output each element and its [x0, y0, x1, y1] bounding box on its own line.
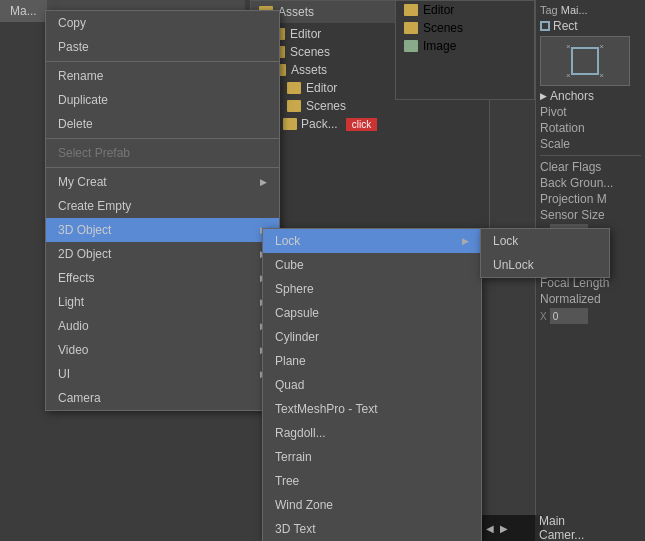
folder-icon-editor — [287, 82, 301, 94]
anchor-tl: × — [566, 42, 571, 51]
prev-button[interactable]: ◀ — [486, 523, 494, 534]
tag-value: Mai... — [561, 4, 588, 16]
anchors-label: Anchors — [550, 89, 594, 103]
projection-label: Projection M — [540, 192, 607, 206]
focal-length-row: Focal Length — [540, 276, 641, 290]
right-folder-icon-editor — [404, 4, 418, 16]
pivot-label: Pivot — [540, 105, 567, 119]
right-tree-scenes[interactable]: Scenes — [396, 19, 534, 37]
context-menu-3d-object: Lock ▶ Cube Sphere Capsule Cylinder Plan… — [262, 228, 482, 541]
menu-item-duplicate[interactable]: Duplicate — [46, 88, 279, 112]
menu-item-rename[interactable]: Rename — [46, 64, 279, 88]
menu-item-3d-text[interactable]: 3D Text — [263, 517, 481, 541]
anchor-bl: × — [566, 71, 571, 80]
normalized-x-input[interactable] — [550, 308, 588, 324]
rotation-row: Rotation — [540, 121, 641, 135]
menu-item-plane[interactable]: Plane — [263, 349, 481, 373]
menu-item-video[interactable]: Video ▶ — [46, 338, 279, 362]
normalized-label: Normalized — [540, 292, 601, 306]
context-menu-lock: Lock UnLock — [480, 228, 610, 278]
back-ground-label: Back Groun... — [540, 176, 613, 190]
menu-item-sphere[interactable]: Sphere — [263, 277, 481, 301]
menu-item-ui[interactable]: UI ▶ — [46, 362, 279, 386]
tag-label: Tag — [540, 4, 558, 16]
rect-inner-box: × × × × — [571, 47, 599, 75]
focal-length-label: Focal Length — [540, 276, 609, 290]
anchor-br: × — [599, 71, 604, 80]
arrow-my-creat: ▶ — [260, 177, 267, 187]
menu-item-select-prefab: Select Prefab — [46, 141, 279, 165]
rect-label: Rect — [553, 19, 578, 33]
top-bar-tab[interactable]: Ma... — [0, 0, 47, 22]
back-ground-row: Back Groun... — [540, 176, 641, 190]
top-bar-tab-label: Ma... — [10, 4, 37, 18]
menu-item-tree[interactable]: Tree — [263, 469, 481, 493]
menu-item-cylinder[interactable]: Cylinder — [263, 325, 481, 349]
anchors-section: ▶ Anchors — [540, 89, 641, 103]
menu-item-delete[interactable]: Delete — [46, 112, 279, 136]
right-tree-editor[interactable]: Editor — [396, 1, 534, 19]
menu-item-effects[interactable]: Effects ▶ — [46, 266, 279, 290]
clear-flags-row: Clear Flags — [540, 160, 641, 174]
arrow-lock: ▶ — [462, 236, 469, 246]
menu-item-my-creat[interactable]: My Creat ▶ — [46, 170, 279, 194]
menu-item-lock[interactable]: Lock ▶ — [263, 229, 481, 253]
rect-preview: × × × × — [540, 36, 630, 86]
menu-item-create-empty[interactable]: Create Empty — [46, 194, 279, 218]
rect-transform-header: Rect — [540, 19, 641, 33]
next-button[interactable]: ▶ — [500, 523, 508, 534]
right-assets-panel: Editor Scenes Image — [395, 0, 535, 100]
scale-row: Scale — [540, 137, 641, 151]
menu-item-textmeshpro[interactable]: TextMeshPro - Text — [263, 397, 481, 421]
menu-item-light[interactable]: Light ▶ — [46, 290, 279, 314]
menu-item-terrain[interactable]: Terrain — [263, 445, 481, 469]
tree-item-pack[interactable]: ▼ Pack... click — [251, 115, 489, 133]
menu-item-paste[interactable]: Paste — [46, 35, 279, 59]
menu-item-lock-action[interactable]: Lock — [481, 229, 609, 253]
right-tree-image[interactable]: Image — [396, 37, 534, 55]
menu-item-unlock-action[interactable]: UnLock — [481, 253, 609, 277]
click-label[interactable]: click — [346, 118, 377, 131]
context-menu-main: Copy Paste Rename Duplicate Delete Selec… — [45, 10, 280, 411]
normalized-x-label: X — [540, 311, 547, 322]
menu-item-3d-object[interactable]: 3D Object ▶ — [46, 218, 279, 242]
separator-3 — [46, 167, 279, 168]
scale-label: Scale — [540, 137, 570, 151]
main-camera-label: Main Camer... — [539, 514, 584, 541]
menu-item-audio[interactable]: Audio ▶ — [46, 314, 279, 338]
anchors-arrow: ▶ — [540, 91, 547, 101]
menu-item-cube[interactable]: Cube — [263, 253, 481, 277]
sensor-size-label: Sensor Size — [540, 208, 605, 222]
menu-item-wind-zone[interactable]: Wind Zone — [263, 493, 481, 517]
separator-1 — [46, 61, 279, 62]
normalized-xy-row: X — [540, 308, 641, 324]
menu-item-capsule[interactable]: Capsule — [263, 301, 481, 325]
menu-item-2d-object[interactable]: 2D Object ▶ — [46, 242, 279, 266]
pivot-row: Pivot — [540, 105, 641, 119]
projection-row: Projection M — [540, 192, 641, 206]
normalized-row: Normalized — [540, 292, 641, 306]
menu-item-ragdoll[interactable]: Ragdoll... — [263, 421, 481, 445]
divider-1 — [540, 155, 641, 156]
menu-item-camera[interactable]: Camera — [46, 386, 279, 410]
menu-item-quad[interactable]: Quad — [263, 373, 481, 397]
menu-item-copy[interactable]: Copy — [46, 11, 279, 35]
anchor-tr: × — [599, 42, 604, 51]
bottom-bar: ◀ ▶ — [480, 515, 535, 541]
rect-transform-icon — [540, 21, 550, 31]
separator-2 — [46, 138, 279, 139]
rotation-label: Rotation — [540, 121, 585, 135]
right-image-icon — [404, 40, 418, 52]
main-camera-bar: Main Camer... — [535, 515, 543, 541]
sensor-size-row: Sensor Size — [540, 208, 641, 222]
folder-icon-scenes — [287, 100, 301, 112]
assets-title: Assets — [278, 5, 314, 19]
right-folder-icon-scenes — [404, 22, 418, 34]
clear-flags-label: Clear Flags — [540, 160, 601, 174]
tag-row: Tag Mai... — [540, 4, 641, 16]
folder-icon-pack — [283, 118, 297, 130]
